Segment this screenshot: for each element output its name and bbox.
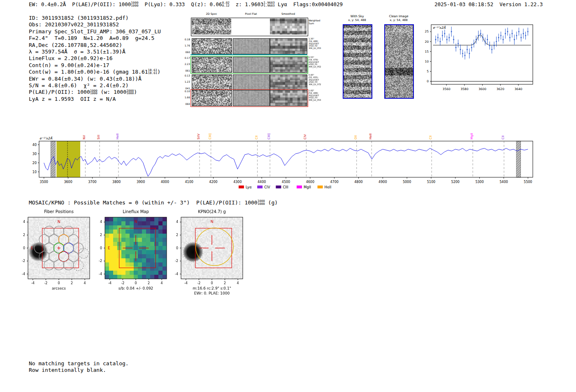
info-line: LyA z = 1.9593 OII z = N/A <box>29 96 161 102</box>
smoothed-2d-spec-image <box>270 38 307 54</box>
cutout-x-tick-label: 4 <box>237 281 239 285</box>
zoom-data-point <box>502 39 504 40</box>
cutout-y-tick-label: -2 <box>22 259 25 263</box>
smoothed-2d-spec-image <box>270 90 307 106</box>
text-segment: ID: 3011931852 (3011931852.pdf) <box>29 15 129 21</box>
fiber-row-weights: 0.181.76060 <box>179 38 190 53</box>
fiber-circle <box>54 260 64 270</box>
fiber-circle <box>63 260 74 270</box>
compass-north-label: N <box>211 220 214 224</box>
spectrum-x-tick-label: 4000 <box>161 180 169 184</box>
spectrum-x-tick-label: 3900 <box>137 180 145 184</box>
cutout-y-tick-label: -4 <box>175 272 178 276</box>
spectrum-x-tick-label: 5500 <box>524 180 532 184</box>
text-segment: Primary Spec_Slot_IFU_AMP: 306_037_057_L… <box>29 28 161 35</box>
panel-coords: x, y: 54, 488 <box>339 19 376 22</box>
zoom-data-point <box>511 33 513 34</box>
line-marker-label: CII <box>255 135 258 139</box>
spectrum-x-tick-label: 4900 <box>379 180 387 184</box>
info-line: λ = 3597.54Å σ = 3.51(±1.39)Å <box>29 49 161 55</box>
cutout-y-tick-label: 2 <box>176 233 178 237</box>
zoom-data-point <box>516 35 517 36</box>
fiber-weight-value: 1.23 <box>179 81 190 84</box>
lineflux-overlay-group: NE <box>108 220 156 268</box>
fiber-weight-value: 061 <box>179 70 190 72</box>
text-segment: S/N = 4.8(±0.6) χ² = 2.4(±0.2) <box>29 82 129 88</box>
clean-panel-image <box>384 24 414 99</box>
line-marker-label: OII <box>354 135 358 139</box>
fiber-row-weights: 0.101.66060 <box>179 90 190 105</box>
zoom-data-point <box>500 35 502 36</box>
cutout-y-tick-label: 2 <box>23 233 25 237</box>
text-segment: MOSAIC/KPNO : Possible Matches = 0 (with… <box>29 199 258 206</box>
weighted-sum-line: Sum <box>309 22 320 25</box>
spectrum-y-tick-label: 40 <box>33 143 37 147</box>
zoom-data-point <box>509 37 511 38</box>
cutout-x-tick-label: 0 <box>211 281 213 285</box>
spectrum-x-tick-label: 4600 <box>306 180 314 184</box>
legend-swatch <box>257 186 262 188</box>
panel-title: Clean Image <box>380 14 417 18</box>
header-timestamp-version: 2025-01-03 08:18:52 Version 1.22.3 <box>434 1 543 7</box>
text-segment: λ = 3597.54Å σ = 3.51(±1.39)Å <box>29 49 125 55</box>
zoom-units-label: e⁻¹⁷x2Å <box>433 26 446 30</box>
stacked-value-pair: 10001000 <box>126 90 134 95</box>
zoom-data-point <box>442 35 443 36</box>
zoom-y-tick-label: 20 <box>425 40 429 44</box>
spectrum-line <box>44 148 528 176</box>
zoom-gaussian-fit <box>433 35 531 45</box>
stacked-value-pair: 10001000 <box>258 200 265 206</box>
kpno-title: KPNO(24.7) g <box>198 209 226 214</box>
zoom-data-point <box>525 35 526 36</box>
fiber-weight-value: 1.66 <box>179 96 190 99</box>
stacked-value-pair: 10001000 <box>131 2 138 7</box>
pixel-flat-image <box>233 90 270 106</box>
stacked-value-pair: 0.020.12 <box>222 2 230 7</box>
zoom-data-point <box>446 39 448 40</box>
zoom-data-point <box>523 33 524 34</box>
line-marker-label: CII <box>429 135 432 139</box>
fiber-2d-spec-image <box>192 74 232 90</box>
masked-source-dashed-circle <box>183 242 203 262</box>
spectrum-units-label: e⁻¹⁷x2Å <box>39 136 52 140</box>
zoom-data-point <box>476 39 477 40</box>
zoom-y-tick-label: 10 <box>425 60 429 63</box>
zoom-data-point <box>527 31 529 32</box>
cutout-x-tick-label: -4 <box>108 281 111 285</box>
zoom-data-point <box>444 33 445 34</box>
text-segment: EWr = 0.84(±0.34) (w: 0.43(±0.18))Å <box>29 76 142 82</box>
fiber-circle-dashed <box>79 248 89 258</box>
elixer-report-page: { "header": { "left_segments": [ {"text"… <box>0 0 576 392</box>
zoom-data-point <box>496 41 497 42</box>
spectrum-x-tick-label: 4400 <box>258 180 266 184</box>
detection-info-block: ID: 3011931852 (3011931852.pdf)Obs: 2021… <box>29 15 161 102</box>
text-segment: LineFlux = 2.20(±0.92)e-16 <box>29 55 113 61</box>
zoom-x-tick-label: 3580 <box>460 87 468 91</box>
spectrum-x-tick-label: 5000 <box>403 180 411 184</box>
fiber-row-metadata: 1.82"(54, 488)20210307v022_03306_LU_053 <box>309 90 321 102</box>
info-line: ID: 3011931852 (3011931852.pdf) <box>29 15 161 21</box>
zoom-data-point <box>471 47 472 48</box>
legend-swatch <box>318 186 323 188</box>
legend-label: Lyα <box>246 185 252 189</box>
spectrum-x-tick-label: 3700 <box>88 180 96 184</box>
zoom-y-tick-label: 0 <box>427 79 429 83</box>
info-line: RA,Dec (226.107788,52.445602) <box>29 42 161 49</box>
kpno-xlabel: m:16.6 rc:2.9" s:0.1" <box>193 286 231 290</box>
zoom-data-point <box>478 35 479 36</box>
fiber-weight-value: 0.17 <box>179 57 190 60</box>
zoom-data-point <box>487 39 488 40</box>
zoom-data-point <box>518 31 520 32</box>
spectrum-x-tick-label: 4200 <box>209 180 217 184</box>
text-segment: (g) <box>265 199 278 206</box>
text-segment: P(LAE)/P(OII): 1000 <box>29 89 90 95</box>
masked-hatch-band <box>516 141 521 177</box>
info-line: P(LAE)/P(OII): 100010001000 (w: 10001000… <box>29 89 161 95</box>
spectrum-x-tick-label: 5100 <box>427 180 435 184</box>
legend-swatch <box>297 186 302 188</box>
fiber-2d-spec-image <box>192 57 232 73</box>
zoom-data-point <box>469 53 470 54</box>
fiber-weight-value: 2.23 <box>179 63 190 66</box>
text-segment: ) <box>134 89 137 95</box>
cutout-y-tick-label: 0 <box>176 246 178 250</box>
